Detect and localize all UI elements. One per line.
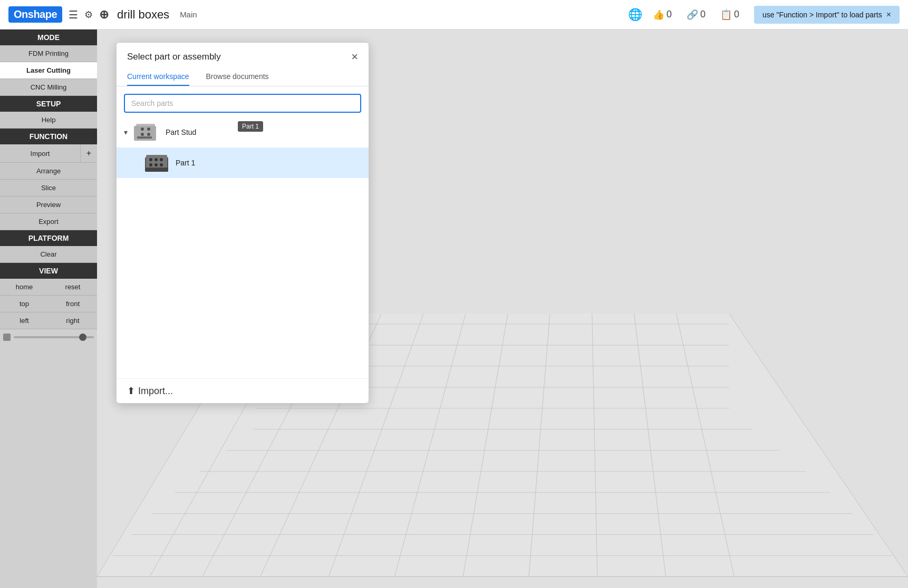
setup-header: SETUP xyxy=(0,96,97,112)
svg-rect-32 xyxy=(137,136,152,139)
tab-main[interactable]: Main xyxy=(180,10,197,19)
notification-bar: use "Function > Import" to load parts × xyxy=(754,6,900,24)
function-header: FUNCTION xyxy=(0,129,97,144)
tab-browse-documents[interactable]: Browse documents xyxy=(206,68,269,86)
slider-row xyxy=(0,329,97,345)
fdm-printing-btn[interactable]: FDM Printing xyxy=(0,45,97,62)
dialog-tabs: Current workspace Browse documents xyxy=(117,68,369,86)
add-icon[interactable]: ⊕ xyxy=(99,8,109,22)
part-studio-label: Part Stud xyxy=(166,128,196,136)
part-studio-thumb xyxy=(133,121,160,143)
copy-icon: 📋 xyxy=(720,9,732,21)
dialog-empty-space xyxy=(117,178,369,378)
dialog-title: Select part or assembly xyxy=(127,52,221,62)
import-footer-btn[interactable]: ⬆ Import... xyxy=(127,385,173,397)
svg-point-31 xyxy=(147,133,150,136)
tab-current-workspace[interactable]: Current workspace xyxy=(127,68,189,86)
part1-thumb xyxy=(143,152,170,174)
import-btn[interactable]: Import xyxy=(0,144,80,163)
document-title: drill boxes xyxy=(117,8,169,22)
filter-icon[interactable]: ⚙ xyxy=(84,9,93,21)
svg-point-40 xyxy=(160,163,163,166)
help-btn[interactable]: Help xyxy=(0,112,97,129)
preview-btn[interactable]: Preview xyxy=(0,197,97,213)
view-header: VIEW xyxy=(0,263,97,279)
front-btn[interactable]: front xyxy=(49,296,97,312)
import-footer-label: Import... xyxy=(138,386,173,397)
platform-header: PLATFORM xyxy=(0,230,97,246)
link-icon: 🔗 xyxy=(687,9,698,21)
thumbs-up-icon: 👍 xyxy=(653,9,664,21)
part1-svg xyxy=(143,152,170,174)
export-btn[interactable]: Export xyxy=(0,213,97,230)
copies-count: 0 xyxy=(734,9,739,20)
likes-badge[interactable]: 👍 0 xyxy=(653,9,672,21)
laser-cutting-btn[interactable]: Laser Cutting xyxy=(0,62,97,79)
import-upload-icon: ⬆ xyxy=(127,385,135,397)
select-part-dialog: Select part or assembly × Current worksp… xyxy=(116,42,369,404)
slider-min-icon xyxy=(3,334,11,341)
reset-btn[interactable]: reset xyxy=(49,279,97,296)
sidebar: MODE FDM Printing Laser Cutting CNC Mill… xyxy=(0,30,97,588)
left-right-row: left right xyxy=(0,312,97,329)
svg-point-36 xyxy=(154,158,158,161)
likes-count: 0 xyxy=(666,9,672,20)
import-row: Import + xyxy=(0,144,97,163)
clear-btn[interactable]: Clear xyxy=(0,246,97,263)
import-plus-btn[interactable]: + xyxy=(80,144,97,163)
mode-header: MODE xyxy=(0,30,97,45)
top-btn[interactable]: top xyxy=(0,296,49,312)
part-studio-svg xyxy=(133,122,160,143)
cnc-milling-btn[interactable]: CNC Milling xyxy=(0,79,97,96)
topbar: Onshape ☰ ⚙ ⊕ drill boxes Main 🌐 👍 0 🔗 0… xyxy=(0,0,908,30)
svg-point-38 xyxy=(149,163,152,166)
links-count: 0 xyxy=(700,9,706,20)
slice-btn[interactable]: Slice xyxy=(0,180,97,197)
svg-point-28 xyxy=(141,128,144,131)
notification-close[interactable]: × xyxy=(886,10,891,19)
part-studio-row[interactable]: ▾ Part Stud Part 1 xyxy=(117,117,369,148)
globe-icon[interactable]: 🌐 xyxy=(628,8,642,22)
view-slider[interactable] xyxy=(14,336,94,338)
copies-badge[interactable]: 📋 0 xyxy=(720,9,739,21)
right-btn[interactable]: right xyxy=(49,312,97,329)
svg-rect-41 xyxy=(145,168,168,172)
svg-point-30 xyxy=(141,133,144,136)
dialog-search xyxy=(124,94,361,113)
svg-point-29 xyxy=(147,128,150,131)
svg-point-37 xyxy=(160,158,163,161)
home-btn[interactable]: home xyxy=(0,279,49,296)
arrange-btn[interactable]: Arrange xyxy=(0,163,97,180)
left-btn[interactable]: left xyxy=(0,312,49,329)
svg-rect-27 xyxy=(136,124,155,138)
onshape-logo: Onshape xyxy=(8,6,62,23)
top-front-row: top front xyxy=(0,296,97,312)
chevron-down-icon: ▾ xyxy=(124,128,128,136)
part1-label: Part 1 xyxy=(176,159,195,167)
menu-icon[interactable]: ☰ xyxy=(69,8,78,21)
svg-point-39 xyxy=(154,163,158,166)
tooltip-badge: Part 1 xyxy=(238,121,263,132)
dialog-footer: ⬆ Import... xyxy=(117,378,369,403)
dialog-close-btn[interactable]: × xyxy=(351,51,358,63)
notification-text: use "Function > Import" to load parts xyxy=(762,11,882,19)
svg-point-35 xyxy=(149,158,152,161)
home-reset-row: home reset xyxy=(0,279,97,296)
dialog-title-bar: Select part or assembly × xyxy=(117,43,369,63)
links-badge[interactable]: 🔗 0 xyxy=(687,9,706,21)
search-parts-input[interactable] xyxy=(124,94,361,113)
part1-row[interactable]: Part 1 xyxy=(117,148,369,178)
